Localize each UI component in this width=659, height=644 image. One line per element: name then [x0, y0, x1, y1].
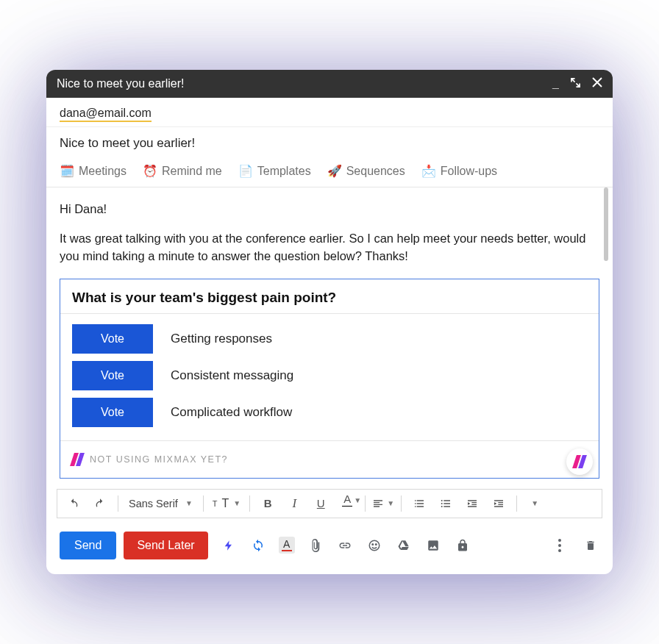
vote-button[interactable]: Vote: [72, 398, 153, 427]
meetings-button[interactable]: 🗓️ Meetings: [60, 164, 127, 178]
trash-icon[interactable]: [582, 537, 599, 554]
attach-icon[interactable]: [307, 537, 324, 554]
chevron-down-icon: ▼: [531, 499, 538, 507]
rocket-icon: 🚀: [327, 164, 342, 178]
chevron-down-icon: ▼: [354, 496, 361, 504]
poll-options: Vote Getting responses Vote Consistent m…: [60, 314, 599, 440]
remind-label: Remind me: [162, 165, 222, 178]
subject-input[interactable]: Nice to meet you earlier!: [46, 127, 613, 160]
separator: [516, 495, 517, 512]
poll-option-label: Complicated workflow: [171, 405, 292, 420]
underline-button[interactable]: U: [309, 493, 332, 515]
svg-point-1: [441, 503, 443, 504]
chevron-down-icon: ▼: [387, 499, 394, 507]
svg-point-4: [372, 544, 374, 545]
poll-question: What is your team's biggest pain point?: [60, 279, 599, 314]
indent-more-button[interactable]: [487, 493, 510, 515]
numbered-list-button[interactable]: [407, 493, 431, 515]
templates-label: Templates: [257, 165, 311, 178]
bold-button[interactable]: B: [256, 493, 279, 515]
drive-icon[interactable]: [395, 537, 413, 554]
svg-point-6: [558, 539, 561, 542]
minimize-icon[interactable]: _: [552, 77, 559, 90]
mixmax-toolbar: 🗓️ Meetings ⏰ Remind me 📄 Templates 🚀 Se…: [46, 160, 613, 187]
email-body[interactable]: Hi Dana! It was great talking with you a…: [46, 187, 613, 479]
svg-point-7: [558, 544, 561, 547]
bulleted-list-button[interactable]: [434, 493, 457, 515]
action-icons: A: [220, 537, 544, 554]
separator: [401, 495, 402, 512]
mixmax-logo-icon: [573, 455, 586, 468]
compose-window: Nice to meet you earlier! _ dana@email.c…: [46, 70, 613, 574]
undo-button[interactable]: [62, 493, 85, 515]
followups-label: Follow-ups: [441, 165, 497, 178]
svg-point-3: [369, 540, 380, 551]
calendar-icon: 🗓️: [60, 164, 74, 178]
action-bar: Send Send Later A: [46, 518, 613, 574]
send-later-button[interactable]: Send Later: [124, 532, 207, 559]
svg-point-8: [558, 549, 561, 552]
svg-point-2: [441, 506, 443, 507]
separator: [203, 495, 204, 512]
poll-card: What is your team's biggest pain point? …: [60, 279, 599, 479]
lightning-icon[interactable]: [220, 537, 238, 554]
meetings-label: Meetings: [79, 165, 127, 178]
lock-time-icon[interactable]: [454, 537, 471, 554]
separator: [249, 495, 250, 512]
poll-option-label: Getting responses: [171, 332, 272, 346]
text-format-button[interactable]: A: [279, 537, 295, 554]
emoji-icon[interactable]: [366, 537, 383, 554]
vote-button[interactable]: Vote: [72, 324, 153, 354]
window-title: Nice to meet you earlier!: [57, 77, 184, 90]
font-label: Sans Serif: [129, 498, 178, 509]
more-format-button[interactable]: ▼: [523, 493, 546, 515]
more-options-icon[interactable]: [551, 537, 569, 554]
separator: [365, 495, 366, 512]
body-paragraph: It was great talking with you at the con…: [60, 230, 599, 265]
scrollbar[interactable]: [604, 187, 608, 261]
poll-option-label: Consistent messaging: [171, 368, 293, 383]
right-actions: [551, 537, 599, 554]
body-text: Hi Dana! It was great talking with you a…: [60, 201, 599, 265]
poll-row: Vote Getting responses: [72, 324, 587, 354]
chevron-down-icon: ▼: [233, 499, 241, 507]
page-icon: 📄: [238, 164, 253, 178]
font-select[interactable]: Sans Serif ▼: [124, 498, 197, 509]
close-icon[interactable]: [592, 77, 602, 90]
separator: [118, 495, 118, 512]
mixmax-logo-icon: [71, 453, 84, 466]
svg-point-0: [441, 500, 443, 501]
send-button[interactable]: Send: [60, 532, 116, 559]
expand-icon[interactable]: [571, 77, 580, 90]
link-icon[interactable]: [336, 537, 354, 554]
font-size-button[interactable]: TT ▼: [210, 497, 243, 510]
image-icon[interactable]: [424, 537, 442, 554]
titlebar: Nice to meet you earlier! _: [46, 70, 613, 98]
greeting-text: Hi Dana!: [60, 201, 599, 218]
indent-less-button[interactable]: [460, 493, 484, 515]
envelope-icon: 📩: [421, 164, 436, 178]
to-field[interactable]: dana@email.com: [46, 98, 613, 127]
italic-button[interactable]: I: [282, 493, 306, 515]
followups-button[interactable]: 📩 Follow-ups: [421, 164, 497, 178]
titlebar-controls: _: [552, 77, 602, 90]
align-button[interactable]: ▼: [371, 493, 395, 515]
format-toolbar: Sans Serif ▼ TT ▼ B I U A ▼ ▼: [57, 489, 602, 518]
vote-button[interactable]: Vote: [72, 361, 153, 390]
sequences-label: Sequences: [346, 165, 405, 178]
text-color-button[interactable]: A ▼: [335, 493, 359, 515]
poll-footer-label: NOT USING MIXMAX YET?: [90, 454, 228, 465]
svg-point-5: [375, 544, 377, 545]
alarm-icon: ⏰: [143, 164, 157, 178]
redo-button[interactable]: [88, 493, 112, 515]
sequences-button[interactable]: 🚀 Sequences: [327, 164, 405, 178]
mixmax-badge[interactable]: [566, 448, 593, 475]
remind-button[interactable]: ⏰ Remind me: [143, 164, 222, 178]
poll-row: Vote Complicated workflow: [72, 398, 587, 427]
sync-icon[interactable]: [249, 537, 267, 554]
chevron-down-icon: ▼: [185, 499, 193, 507]
poll-footer: NOT USING MIXMAX YET?: [60, 440, 599, 478]
poll-footer-cta[interactable]: NOT USING MIXMAX YET?: [71, 453, 228, 466]
recipient-chip[interactable]: dana@email.com: [60, 107, 152, 122]
templates-button[interactable]: 📄 Templates: [238, 164, 311, 178]
